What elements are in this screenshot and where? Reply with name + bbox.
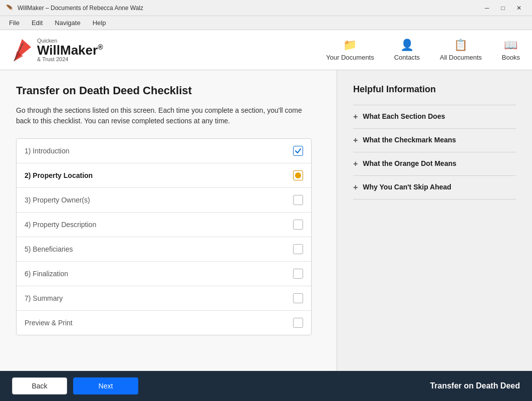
nav-your-documents-label: Your Documents (326, 54, 374, 61)
checklist-label-preview-print: Preview & Print (25, 319, 73, 327)
help-item-what-each-section[interactable]: + What Each Section Does (353, 105, 516, 129)
menu-file[interactable]: File (4, 17, 25, 29)
minimize-button[interactable]: ─ (480, 3, 494, 13)
nav-contacts-label: Contacts (394, 54, 420, 61)
help-item-what-orange-dot[interactable]: + What the Orange Dot Means (353, 152, 516, 176)
checklist-row-property-location[interactable]: 2) Property Location (17, 163, 311, 188)
orange-dot-indicator (295, 172, 301, 178)
willmaker-label: WillMaker® (37, 44, 103, 57)
all-documents-icon: 📋 (454, 39, 467, 52)
help-item-why-cant-skip[interactable]: + Why You Can't Skip Ahead (353, 176, 516, 199)
contacts-icon: 👤 (400, 39, 414, 52)
nav-all-documents[interactable]: 📋 All Documents (440, 39, 482, 61)
menu-navigate[interactable]: Navigate (50, 17, 85, 29)
menu-edit[interactable]: Edit (27, 17, 48, 29)
close-button[interactable]: ✕ (512, 3, 526, 13)
check-box-summary (293, 293, 303, 303)
main-content: Transfer on Death Deed Checklist Go thro… (0, 70, 532, 371)
willmaker-subtitle: & Trust 2024 (37, 57, 68, 62)
logo-text: Quicken WillMaker® & Trust 2024 (37, 38, 103, 62)
menu-help[interactable]: Help (88, 17, 111, 29)
help-item-label-1: What the Checkmark Means (363, 136, 456, 144)
maximize-button[interactable]: □ (496, 3, 510, 13)
window-title: WillMaker – Documents of Rebecca Anne Wa… (18, 5, 143, 12)
nav-all-documents-label: All Documents (440, 54, 482, 61)
check-box-property-location (293, 170, 303, 180)
check-box-property-owners (293, 195, 303, 205)
checkmark-icon (295, 147, 302, 154)
page-title: Transfer on Death Deed Checklist (16, 84, 321, 97)
checklist-label-property-owners: 3) Property Owner(s) (25, 196, 90, 204)
expand-icon-1: + (353, 136, 358, 145)
checklist-row-property-owners[interactable]: 3) Property Owner(s) (17, 188, 311, 213)
app-header: Quicken WillMaker® & Trust 2024 📁 Your D… (0, 30, 532, 70)
checklist-label-finalization: 6) Finalization (25, 270, 68, 278)
app-icon: 🪶 (6, 5, 14, 12)
menu-bar: File Edit Navigate Help (0, 16, 532, 30)
help-item-label-3: Why You Can't Skip Ahead (363, 183, 451, 191)
check-box-beneficiaries (293, 244, 303, 254)
logo-feather-icon (12, 37, 33, 63)
checklist-label-property-description: 4) Property Description (25, 221, 96, 229)
books-icon: 📖 (504, 39, 517, 52)
check-box-finalization (293, 269, 303, 279)
folder-icon: 📁 (343, 39, 357, 52)
expand-icon-0: + (353, 112, 358, 121)
checklist-row-preview-print[interactable]: Preview & Print (17, 311, 311, 335)
logo-area: Quicken WillMaker® & Trust 2024 (12, 37, 326, 63)
checklist-label-beneficiaries: 5) Beneficiaries (25, 245, 73, 253)
right-panel: Helpful Information + What Each Section … (337, 70, 532, 371)
helpful-information-title: Helpful Information (353, 84, 516, 95)
help-item-what-checkmark[interactable]: + What the Checkmark Means (353, 129, 516, 152)
back-button[interactable]: Back (12, 377, 67, 394)
expand-icon-3: + (353, 183, 358, 192)
check-box-preview-print (293, 318, 303, 328)
checklist-row-intro[interactable]: 1) Introduction (17, 139, 311, 163)
bottom-document-title: Transfer on Death Deed (430, 381, 520, 390)
checklist-row-beneficiaries[interactable]: 5) Beneficiaries (17, 237, 311, 262)
nav-your-documents[interactable]: 📁 Your Documents (326, 39, 374, 61)
nav-books-label: Books (502, 54, 520, 61)
checklist-row-property-description[interactable]: 4) Property Description (17, 213, 311, 237)
expand-icon-2: + (353, 159, 358, 168)
nav-contacts[interactable]: 👤 Contacts (394, 39, 420, 61)
check-box-property-description (293, 220, 303, 230)
help-item-label-0: What Each Section Does (363, 112, 445, 120)
checklist: 1) Introduction 2) Property Location 3) … (16, 138, 312, 335)
nav-books[interactable]: 📖 Books (502, 39, 520, 61)
checklist-row-finalization[interactable]: 6) Finalization (17, 262, 311, 286)
title-bar-left: 🪶 WillMaker – Documents of Rebecca Anne … (6, 5, 143, 12)
check-box-intro (293, 146, 303, 156)
next-button[interactable]: Next (73, 377, 138, 394)
left-panel: Transfer on Death Deed Checklist Go thro… (0, 70, 337, 371)
title-bar: 🪶 WillMaker – Documents of Rebecca Anne … (0, 0, 532, 16)
help-item-label-2: What the Orange Dot Means (363, 159, 456, 167)
checklist-row-summary[interactable]: 7) Summary (17, 286, 311, 311)
bottom-bar-buttons: Back Next (12, 377, 138, 394)
checklist-label-intro: 1) Introduction (25, 147, 70, 155)
bottom-bar: Back Next Transfer on Death Deed (0, 371, 532, 401)
title-bar-controls: ─ □ ✕ (480, 3, 526, 13)
checklist-label-summary: 7) Summary (25, 294, 63, 302)
checklist-label-property-location: 2) Property Location (25, 171, 93, 179)
page-description: Go through the sections listed on this s… (16, 105, 307, 126)
nav-buttons: 📁 Your Documents 👤 Contacts 📋 All Docume… (326, 39, 520, 61)
